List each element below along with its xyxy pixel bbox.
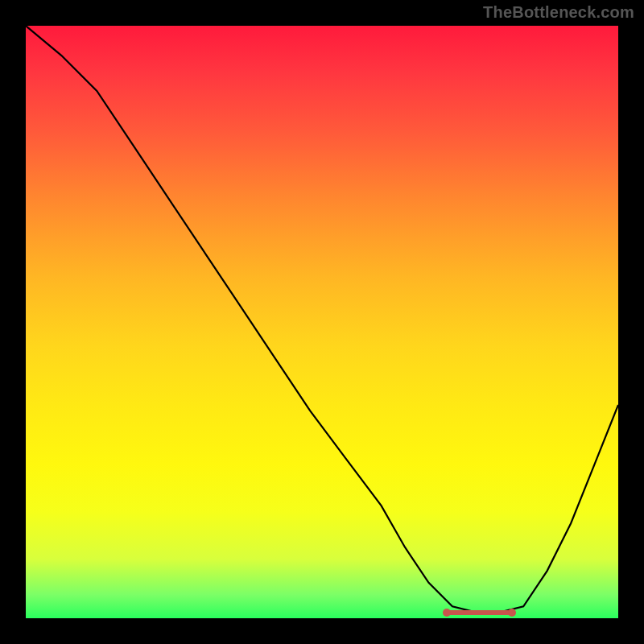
highlight-bar <box>447 610 512 615</box>
chart-plot-area <box>26 26 618 618</box>
highlight-endpoint-right <box>508 609 516 617</box>
highlight-endpoint-left <box>443 609 451 617</box>
watermark-text: TheBottleneck.com <box>483 3 634 22</box>
main-curve <box>26 26 618 613</box>
curve-svg <box>26 26 618 618</box>
